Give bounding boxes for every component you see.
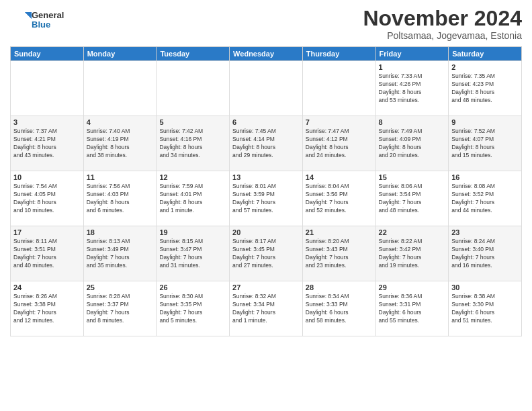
day-info: Sunrise: 7:56 AM Sunset: 4:03 PM Dayligh… — [87, 183, 154, 215]
day-number: 10 — [13, 173, 81, 181]
cell-week5-day1: 25Sunrise: 8:28 AM Sunset: 3:37 PM Dayli… — [83, 281, 157, 336]
cell-week1-day3 — [230, 61, 303, 116]
cell-week3-day4: 14Sunrise: 8:04 AM Sunset: 3:56 PM Dayli… — [302, 171, 375, 226]
day-number: 3 — [13, 118, 81, 126]
day-number: 28 — [306, 283, 373, 291]
day-number: 6 — [232, 118, 300, 126]
day-info: Sunrise: 8:04 AM Sunset: 3:56 PM Dayligh… — [306, 183, 373, 215]
day-number: 18 — [87, 228, 154, 236]
day-info: Sunrise: 8:26 AM Sunset: 3:38 PM Dayligh… — [13, 293, 81, 325]
day-info: Sunrise: 7:54 AM Sunset: 4:05 PM Dayligh… — [13, 183, 81, 215]
cell-week4-day2: 19Sunrise: 8:15 AM Sunset: 3:47 PM Dayli… — [157, 226, 230, 281]
cell-week2-day4: 7Sunrise: 7:47 AM Sunset: 4:12 PM Daylig… — [302, 116, 375, 171]
day-number: 13 — [232, 173, 300, 181]
day-number: 20 — [232, 228, 300, 236]
day-info: Sunrise: 8:11 AM Sunset: 3:51 PM Dayligh… — [13, 238, 81, 270]
day-number: 26 — [159, 283, 226, 291]
day-number: 12 — [159, 173, 226, 181]
cell-week2-day3: 6Sunrise: 7:45 AM Sunset: 4:14 PM Daylig… — [230, 116, 303, 171]
day-number: 30 — [451, 283, 519, 291]
day-number: 19 — [159, 228, 226, 236]
day-info: Sunrise: 7:49 AM Sunset: 4:09 PM Dayligh… — [379, 128, 446, 160]
title-block: November 2024 Poltsamaa, Jogevamaa, Esto… — [363, 7, 522, 41]
day-number: 11 — [87, 173, 154, 181]
day-info: Sunrise: 8:17 AM Sunset: 3:45 PM Dayligh… — [232, 238, 300, 270]
day-info: Sunrise: 8:22 AM Sunset: 3:42 PM Dayligh… — [379, 238, 446, 270]
day-number: 1 — [379, 63, 446, 71]
day-info: Sunrise: 8:20 AM Sunset: 3:43 PM Dayligh… — [306, 238, 373, 270]
day-number: 25 — [87, 283, 154, 291]
cell-week5-day6: 30Sunrise: 8:38 AM Sunset: 3:30 PM Dayli… — [449, 281, 522, 336]
day-info: Sunrise: 8:01 AM Sunset: 3:59 PM Dayligh… — [232, 183, 300, 215]
day-info: Sunrise: 7:47 AM Sunset: 4:12 PM Dayligh… — [306, 128, 373, 160]
week-row-1: 1Sunrise: 7:33 AM Sunset: 4:26 PM Daylig… — [11, 61, 522, 116]
header-tuesday: Tuesday — [157, 47, 230, 61]
day-number: 17 — [13, 228, 81, 236]
day-number: 21 — [306, 228, 373, 236]
header-sunday: Sunday — [11, 47, 84, 61]
cell-week4-day3: 20Sunrise: 8:17 AM Sunset: 3:45 PM Dayli… — [230, 226, 303, 281]
cell-week5-day0: 24Sunrise: 8:26 AM Sunset: 3:38 PM Dayli… — [11, 281, 84, 336]
week-row-3: 10Sunrise: 7:54 AM Sunset: 4:05 PM Dayli… — [11, 171, 522, 226]
header-friday: Friday — [375, 47, 449, 61]
cell-week1-day2 — [157, 61, 230, 116]
day-number: 4 — [87, 118, 154, 126]
week-row-4: 17Sunrise: 8:11 AM Sunset: 3:51 PM Dayli… — [11, 226, 522, 281]
day-info: Sunrise: 8:08 AM Sunset: 3:52 PM Dayligh… — [451, 183, 519, 215]
cell-week3-day5: 15Sunrise: 8:06 AM Sunset: 3:54 PM Dayli… — [375, 171, 449, 226]
month-title: November 2024 — [363, 7, 522, 30]
cell-week4-day1: 18Sunrise: 8:13 AM Sunset: 3:49 PM Dayli… — [83, 226, 157, 281]
cell-week2-day2: 5Sunrise: 7:42 AM Sunset: 4:16 PM Daylig… — [157, 116, 230, 171]
header-wednesday: Wednesday — [230, 47, 303, 61]
day-info: Sunrise: 7:40 AM Sunset: 4:19 PM Dayligh… — [87, 128, 154, 160]
day-number: 24 — [13, 283, 81, 291]
day-info: Sunrise: 8:38 AM Sunset: 3:30 PM Dayligh… — [451, 293, 519, 325]
day-number: 22 — [379, 228, 446, 236]
cell-week3-day2: 12Sunrise: 7:59 AM Sunset: 4:01 PM Dayli… — [157, 171, 230, 226]
cell-week3-day3: 13Sunrise: 8:01 AM Sunset: 3:59 PM Dayli… — [230, 171, 303, 226]
location: Poltsamaa, Jogevamaa, Estonia — [363, 30, 522, 41]
calendar-header-row: SundayMondayTuesdayWednesdayThursdayFrid… — [11, 47, 522, 61]
cell-week1-day4 — [302, 61, 375, 116]
day-info: Sunrise: 7:37 AM Sunset: 4:21 PM Dayligh… — [13, 128, 81, 160]
svg-marker-2 — [25, 12, 32, 19]
day-info: Sunrise: 8:32 AM Sunset: 3:34 PM Dayligh… — [232, 293, 300, 325]
cell-week3-day0: 10Sunrise: 7:54 AM Sunset: 4:05 PM Dayli… — [11, 171, 84, 226]
day-number: 5 — [159, 118, 226, 126]
week-row-2: 3Sunrise: 7:37 AM Sunset: 4:21 PM Daylig… — [11, 116, 522, 171]
logo-svg — [10, 9, 32, 31]
day-info: Sunrise: 7:52 AM Sunset: 4:07 PM Dayligh… — [451, 128, 519, 160]
day-info: Sunrise: 8:28 AM Sunset: 3:37 PM Dayligh… — [87, 293, 154, 325]
calendar-body: 1Sunrise: 7:33 AM Sunset: 4:26 PM Daylig… — [11, 61, 522, 336]
day-number: 15 — [379, 173, 446, 181]
day-info: Sunrise: 8:34 AM Sunset: 3:33 PM Dayligh… — [306, 293, 373, 325]
logo-blue: Blue — [32, 20, 64, 30]
day-number: 7 — [306, 118, 373, 126]
cell-week1-day5: 1Sunrise: 7:33 AM Sunset: 4:26 PM Daylig… — [375, 61, 449, 116]
cell-week4-day4: 21Sunrise: 8:20 AM Sunset: 3:43 PM Dayli… — [302, 226, 375, 281]
logo-general: General — [32, 11, 64, 20]
day-number: 27 — [232, 283, 300, 291]
cell-week5-day4: 28Sunrise: 8:34 AM Sunset: 3:33 PM Dayli… — [302, 281, 375, 336]
cell-week1-day0 — [11, 61, 84, 116]
day-info: Sunrise: 7:35 AM Sunset: 4:23 PM Dayligh… — [451, 73, 519, 105]
week-row-5: 24Sunrise: 8:26 AM Sunset: 3:38 PM Dayli… — [11, 281, 522, 336]
day-number: 14 — [306, 173, 373, 181]
day-number: 23 — [451, 228, 519, 236]
day-info: Sunrise: 8:36 AM Sunset: 3:31 PM Dayligh… — [379, 293, 446, 325]
day-info: Sunrise: 7:59 AM Sunset: 4:01 PM Dayligh… — [159, 183, 226, 215]
day-number: 9 — [451, 118, 519, 126]
cell-week5-day2: 26Sunrise: 8:30 AM Sunset: 3:35 PM Dayli… — [157, 281, 230, 336]
header: General Blue November 2024 Poltsamaa, Jo… — [10, 7, 522, 41]
cell-week2-day6: 9Sunrise: 7:52 AM Sunset: 4:07 PM Daylig… — [449, 116, 522, 171]
day-number: 29 — [379, 283, 446, 291]
cell-week1-day6: 2Sunrise: 7:35 AM Sunset: 4:23 PM Daylig… — [449, 61, 522, 116]
day-info: Sunrise: 7:45 AM Sunset: 4:14 PM Dayligh… — [232, 128, 300, 160]
day-number: 8 — [379, 118, 446, 126]
day-info: Sunrise: 8:30 AM Sunset: 3:35 PM Dayligh… — [159, 293, 226, 325]
cell-week4-day6: 23Sunrise: 8:24 AM Sunset: 3:40 PM Dayli… — [449, 226, 522, 281]
day-info: Sunrise: 8:13 AM Sunset: 3:49 PM Dayligh… — [87, 238, 154, 270]
day-info: Sunrise: 7:42 AM Sunset: 4:16 PM Dayligh… — [159, 128, 226, 160]
cell-week2-day1: 4Sunrise: 7:40 AM Sunset: 4:19 PM Daylig… — [83, 116, 157, 171]
day-number: 2 — [451, 63, 519, 71]
